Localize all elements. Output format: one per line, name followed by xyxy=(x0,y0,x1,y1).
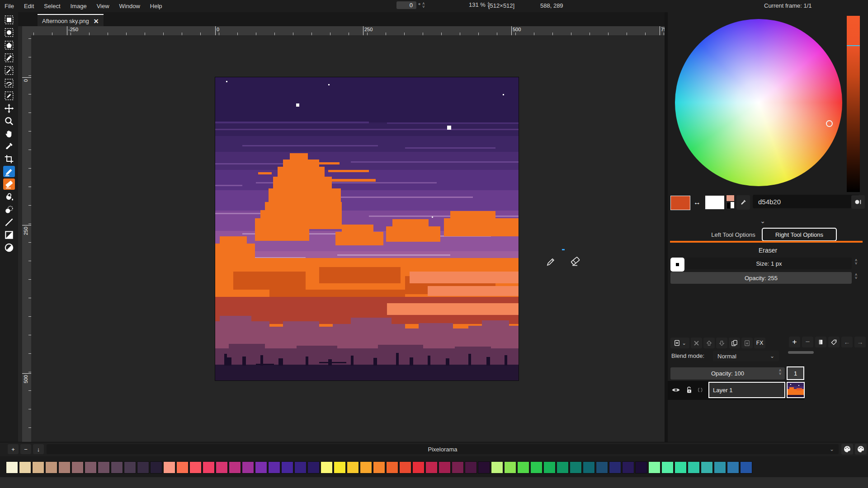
palette-swatch[interactable] xyxy=(635,461,647,474)
layer-visibility-button[interactable] xyxy=(670,385,681,394)
palette-swatch[interactable] xyxy=(675,461,687,474)
secondary-color-swatch[interactable] xyxy=(705,196,724,209)
palette-swatch[interactable] xyxy=(307,461,320,474)
palette-swatch[interactable] xyxy=(399,461,411,474)
swap-colors-button[interactable]: ↔ xyxy=(691,197,703,208)
delete-layer-button[interactable] xyxy=(691,338,702,348)
tool-line[interactable] xyxy=(3,216,15,228)
tool-pencil-active-left[interactable] xyxy=(3,166,15,177)
tool-crop[interactable] xyxy=(3,153,15,164)
move-layer-up-button[interactable] xyxy=(703,338,715,348)
tool-ellipse-select[interactable] xyxy=(3,27,15,38)
palette-swatch[interactable] xyxy=(189,461,202,474)
palette-swatch[interactable] xyxy=(111,461,123,474)
palette-swatch[interactable] xyxy=(360,461,372,474)
color-mode-button[interactable] xyxy=(851,195,865,209)
primary-color-swatch[interactable] xyxy=(670,196,690,210)
layer-link-cels-button[interactable] xyxy=(696,386,708,394)
menu-item[interactable]: Edit xyxy=(24,3,34,9)
palette-swatch[interactable] xyxy=(557,461,569,474)
menu-item[interactable]: Select xyxy=(44,3,60,9)
menu-item[interactable]: Image xyxy=(71,3,87,9)
layer-opacity-spinner[interactable]: ˄˅ xyxy=(779,369,781,375)
edit-palette-button[interactable]: ... xyxy=(841,444,853,455)
remove-swatch-button[interactable]: − xyxy=(20,444,31,454)
palette-swatch[interactable] xyxy=(216,461,228,474)
palette-swatch[interactable] xyxy=(85,461,97,474)
palette-swatch[interactable] xyxy=(347,461,359,474)
rotation-value[interactable]: 0 xyxy=(396,1,416,9)
palette-swatch[interactable] xyxy=(19,461,31,474)
tab-right-tool-options[interactable]: Right Tool Options xyxy=(762,228,837,241)
tab-close-icon[interactable]: ✕ xyxy=(94,18,99,25)
palette-swatch[interactable] xyxy=(229,461,241,474)
tool-polygon-select[interactable] xyxy=(3,39,15,51)
color-wheel-marker[interactable] xyxy=(826,120,833,127)
tool-rectangle-select[interactable] xyxy=(3,14,15,25)
palette-swatch[interactable] xyxy=(570,461,582,474)
clone-frame-button[interactable] xyxy=(815,337,826,347)
palette-swatch[interactable] xyxy=(517,461,529,474)
merge-down-button[interactable] xyxy=(741,338,753,348)
palette-swatch[interactable] xyxy=(439,461,451,474)
palette-swatch[interactable] xyxy=(137,461,149,474)
size-slider[interactable]: Size: 1 px xyxy=(686,258,852,269)
move-layer-down-button[interactable] xyxy=(716,338,727,348)
add-layer-chevron[interactable]: ⌄ xyxy=(682,340,686,346)
palette-swatch[interactable] xyxy=(727,461,739,474)
palette-swatch[interactable] xyxy=(124,461,136,474)
palette-swatch[interactable] xyxy=(163,461,175,474)
remove-frame-button[interactable]: − xyxy=(802,337,813,347)
palette-swatch[interactable] xyxy=(688,461,700,474)
clone-layer-button[interactable] xyxy=(729,338,740,348)
menu-item[interactable]: Window xyxy=(119,3,140,9)
layer-row[interactable]: Layer 1 xyxy=(668,381,804,400)
palette-swatch[interactable] xyxy=(321,461,333,474)
palette-swatch[interactable] xyxy=(596,461,608,474)
menu-item[interactable]: Help xyxy=(150,3,162,9)
menu-item[interactable]: File xyxy=(5,3,14,9)
palette-swatch[interactable] xyxy=(255,461,267,474)
palette-swatch[interactable] xyxy=(452,461,464,474)
palette-swatch[interactable] xyxy=(98,461,110,474)
tool-lasso-select[interactable] xyxy=(3,77,15,89)
palette-swatch[interactable] xyxy=(543,461,556,474)
tool-eraser-active-right[interactable] xyxy=(3,178,15,190)
palette-swatch[interactable] xyxy=(268,461,280,474)
palette-swatch[interactable] xyxy=(45,461,57,474)
palette-swatch[interactable] xyxy=(71,461,84,474)
palette-swatch[interactable] xyxy=(504,461,516,474)
rotation-spinner[interactable]: ˄˅ xyxy=(422,2,425,9)
palette-swatch[interactable] xyxy=(583,461,595,474)
new-palette-button[interactable]: + xyxy=(855,444,867,455)
default-colors-white[interactable] xyxy=(731,202,734,208)
brush-preview[interactable] xyxy=(670,258,684,272)
tool-zoom[interactable] xyxy=(3,115,15,127)
palette-swatch[interactable] xyxy=(530,461,542,474)
zoom-control[interactable]: 131 % ˄˅ xyxy=(469,1,490,8)
layer-fx-button[interactable]: FX xyxy=(754,338,765,348)
frame-tag-button[interactable] xyxy=(828,337,840,347)
opacity-slider[interactable]: Opacity: 255 xyxy=(670,272,852,284)
tool-magic-wand[interactable] xyxy=(3,65,15,76)
tool-rectangle[interactable] xyxy=(3,229,15,240)
add-frame-button[interactable]: + xyxy=(789,337,800,347)
palette-swatch[interactable] xyxy=(609,461,621,474)
palette-swatch[interactable] xyxy=(294,461,307,474)
layer-opacity-slider[interactable]: Opacity: 100 xyxy=(670,367,785,380)
cel-thumbnail[interactable] xyxy=(787,382,805,398)
vertical-ruler[interactable]: 0250500 xyxy=(22,35,31,442)
hex-color-input[interactable] xyxy=(753,195,859,208)
palette-swatch[interactable] xyxy=(176,461,189,474)
layer-lock-button[interactable] xyxy=(684,385,694,395)
tool-select-by-color[interactable] xyxy=(3,52,15,63)
palette-swatch[interactable] xyxy=(425,461,438,474)
tool-move[interactable] xyxy=(3,103,15,114)
palette-swatch[interactable] xyxy=(412,461,425,474)
palette-swatch[interactable] xyxy=(58,461,71,474)
tool-pan[interactable] xyxy=(3,128,15,139)
sort-swatches-button[interactable]: ↓ xyxy=(33,444,44,454)
palette-swatch[interactable] xyxy=(386,461,398,474)
default-colors-top[interactable] xyxy=(726,195,734,201)
palette-swatch[interactable] xyxy=(203,461,215,474)
